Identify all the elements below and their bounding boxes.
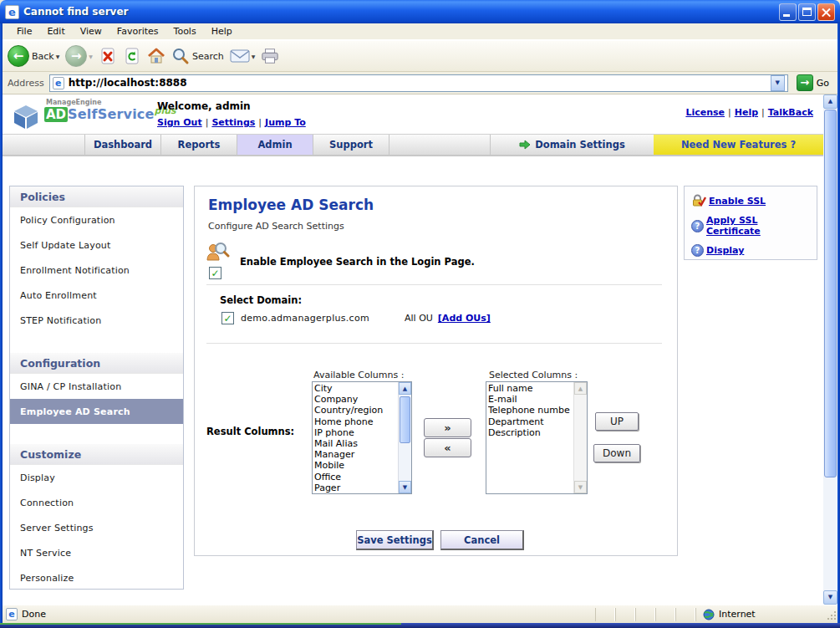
sidebar-item-connection[interactable]: Connection [10,490,183,515]
document-icon: e [6,608,18,620]
address-input[interactable]: e http://localhost:8888 ▼ [49,74,788,92]
list-item[interactable]: Pager [314,482,397,493]
home-button[interactable] [147,47,165,65]
employee-search-icon [206,242,230,263]
home-icon [147,48,165,64]
move-up-button[interactable]: UP [595,412,639,431]
selected-columns-listbox[interactable]: Full name E-mail Telephone numbe Departm… [486,381,588,494]
go-button[interactable]: → Go [793,74,832,91]
mail-button[interactable]: ▼ [230,49,256,64]
enable-ssl-link[interactable]: Enable SSL [709,196,766,207]
list-item[interactable]: Full name [488,383,573,394]
session-links: Sign Out|Settings|Jump To [157,117,306,128]
list-item[interactable]: Department [488,416,573,427]
sidebar-item-nt-service[interactable]: NT Service [10,540,183,565]
menu-file[interactable]: File [9,24,39,38]
minimize-button[interactable] [779,3,797,21]
back-button[interactable]: ← Back ▼ [8,45,59,67]
list-item[interactable]: Country/region [314,405,397,416]
add-ous-link[interactable]: [Add OUs] [438,313,491,324]
display-row: ? Display [691,244,810,257]
apply-ssl-certificate-link[interactable]: Apply SSL Certificate [706,215,810,237]
sidebar-item-display[interactable]: Display [10,465,183,490]
scroll-down-icon[interactable]: ▼ [399,481,411,493]
menu-favorites[interactable]: Favorites [109,24,166,38]
refresh-button[interactable] [123,47,141,65]
stop-button[interactable] [99,47,117,65]
display-link[interactable]: Display [706,245,744,256]
available-columns-listbox[interactable]: City Company Country/region Home phone I… [312,381,412,494]
scrollbar-thumb[interactable] [400,396,410,443]
search-button[interactable]: Search [171,47,224,65]
need-new-features-button[interactable]: Need New Features ? [654,135,823,155]
mail-dropdown-icon[interactable]: ▼ [252,54,256,59]
sign-out-link[interactable]: Sign Out [157,117,202,128]
sidebar-item-policy-configuration[interactable]: Policy Configuration [10,207,183,232]
scroll-up-icon[interactable]: ▲ [823,94,837,109]
settings-link[interactable]: Settings [211,117,255,128]
maximize-button[interactable] [798,3,816,21]
menu-tools[interactable]: Tools [166,24,204,38]
sidebar-item-employee-ad-search[interactable]: Employee AD Search [10,399,183,424]
list-item[interactable]: IP phone [314,427,397,438]
list-item[interactable]: E-mail [488,394,573,405]
sidebar-item-gina-cp-installation[interactable]: GINA / CP Installation [10,374,183,399]
domain-settings-button[interactable]: Domain Settings [490,135,654,155]
listbox-scrollbar[interactable]: ▲ ▼ [398,382,411,493]
globe-icon [703,609,715,620]
sidebar-item-auto-enrollment[interactable]: Auto Enrollment [10,283,183,308]
sidebar-item-server-settings[interactable]: Server Settings [10,515,183,540]
list-item[interactable]: Description [488,427,573,438]
quick-links-panel: Enable SSL ? Apply SSL Certificate ? Dis… [684,186,817,260]
move-right-button[interactable]: » [424,418,471,437]
jump-to-link[interactable]: Jump To [265,117,306,128]
tab-support[interactable]: Support [313,135,389,155]
list-item[interactable]: City [314,383,397,394]
domain-checkbox[interactable]: ✓ [221,312,234,324]
tab-admin[interactable]: Admin [237,135,313,155]
forward-button[interactable]: → ▼ [65,45,93,67]
security-zone: Internet [695,608,821,621]
tab-reports[interactable]: Reports [161,135,237,155]
list-item[interactable]: Mobile [314,460,397,471]
menu-help[interactable]: Help [204,24,240,38]
list-item[interactable]: Home phone [314,416,397,427]
tab-dashboard[interactable]: Dashboard [85,135,161,155]
move-left-button[interactable]: « [424,438,471,457]
scroll-up-icon[interactable]: ▲ [399,382,411,395]
resize-grip[interactable] [824,608,837,621]
list-item[interactable]: Mail Alias [314,438,397,449]
sidebar-item-enrollment-notification[interactable]: Enrollment Notification [10,258,183,283]
move-down-button[interactable]: Down [593,444,640,462]
listbox-scrollbar-disabled: ▲ ▼ [573,382,587,493]
print-icon [261,48,279,64]
list-item[interactable]: Manager [314,449,397,460]
browser-scrollbar[interactable]: ▲ ▼ [823,94,837,605]
talkback-link[interactable]: TalkBack [768,107,813,118]
menu-edit[interactable]: Edit [39,24,72,38]
domain-name: demo.admanagerplus.com [241,313,369,324]
page-icon: e [53,77,64,89]
enable-search-checkbox[interactable]: ✓ [209,267,221,279]
list-item[interactable]: Telephone numbe [488,405,573,416]
address-dropdown-icon[interactable]: ▼ [771,75,785,91]
list-item[interactable]: Company [314,394,397,405]
close-button[interactable] [817,3,835,21]
scrollbar-thumb[interactable] [824,110,837,477]
back-dropdown-icon[interactable]: ▼ [56,54,60,59]
help-link[interactable]: Help [735,107,758,118]
ou-scope-label: All OU [405,313,433,324]
license-link[interactable]: License [685,107,725,118]
list-item[interactable]: Office [314,472,397,482]
cancel-button[interactable]: Cancel [440,530,524,550]
scroll-down-icon[interactable]: ▼ [823,590,837,605]
address-label: Address [8,78,44,89]
save-settings-button[interactable]: Save Settings [356,530,434,550]
print-button[interactable] [261,47,279,65]
page-title: Employee AD Search [208,197,374,213]
sidebar-item-step-notification[interactable]: STEP Notification [10,308,183,333]
sidebar-item-personalize[interactable]: Personalize [10,565,183,590]
result-columns-label: Result Columns: [206,426,294,437]
sidebar-item-self-update-layout[interactable]: Self Update Layout [10,232,183,258]
menu-view[interactable]: View [73,24,109,38]
